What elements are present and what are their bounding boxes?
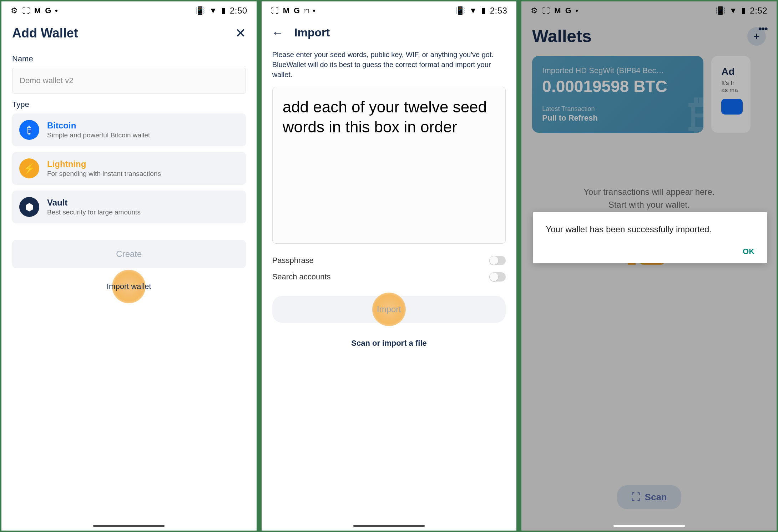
import-link-label: Import wallet [107,282,151,291]
header: Add Wallet ✕ [1,19,257,48]
type-option-lightning[interactable]: ⚡ Lightning For spending with instant tr… [12,152,246,185]
passphrase-label: Passphrase [272,256,314,265]
passphrase-toggle[interactable] [489,256,506,265]
close-icon[interactable]: ✕ [235,26,246,41]
type-sub: Simple and powerful Bitcoin wallet [47,131,150,139]
status-left: ⛶ M G ⏍ [271,6,315,15]
type-sub: Best security for large amounts [47,208,141,216]
scan-or-import-link[interactable]: Scan or import a file [262,339,517,348]
import-button[interactable]: Import [272,296,506,323]
clock: 2:50 [230,6,247,16]
dialog-message: Your wallet has been successfully import… [546,223,754,235]
clock: 2:53 [490,6,507,16]
type-title: Lightning [47,159,161,169]
nav-handle[interactable] [613,525,685,527]
wifi-icon: ▼ [209,6,217,15]
sim-icon: ⛶ [22,6,30,15]
status-dot [313,10,315,12]
name-label: Name [12,54,246,64]
type-title: Bitcoin [47,121,150,131]
import-wallet-link[interactable]: Import wallet [12,282,246,291]
gmail-icon: M [283,6,289,15]
type-option-vault[interactable]: ⬢ Vault Best security for large amounts [12,191,246,223]
seed-input[interactable]: add each of your twelve seed words in th… [272,87,506,244]
import-button-label: Import [377,304,401,314]
screen-import: ⛶ M G ⏍ 📳 ▼ ▮ 2:53 ← Import Please enter… [262,1,517,531]
type-title: Vault [47,198,141,208]
google-icon: G [45,6,51,15]
vault-icon: ⬢ [19,197,39,217]
dialog-ok-button[interactable]: OK [546,247,754,256]
type-sub: For spending with instant transactions [47,170,161,178]
vibrate-icon: 📳 [455,6,465,15]
status-left: ⚙ ⛶ M G [11,6,57,15]
type-option-bitcoin[interactable]: ₿ Bitcoin Simple and powerful Bitcoin wa… [12,113,246,146]
page-title: Add Wallet [12,26,78,41]
search-accounts-row: Search accounts [262,269,517,285]
page-title: Import [294,26,330,39]
back-arrow-icon[interactable]: ← [272,26,284,40]
status-dot [55,10,57,12]
nav-handle[interactable] [93,525,165,527]
type-text: Lightning For spending with instant tran… [47,159,161,178]
wifi-icon: ▼ [469,6,477,15]
type-text: Vault Best security for large amounts [47,198,141,216]
overlay[interactable] [521,1,777,531]
passphrase-row: Passphrase [262,252,517,269]
header: ← Import [262,19,517,47]
gear-icon: ⚙ [11,6,18,15]
status-right: 📳 ▼ ▮ 2:50 [195,6,247,16]
seed-placeholder-text: add each of your twelve seed words in th… [283,97,496,137]
nav-handle[interactable] [353,525,425,527]
type-label: Type [12,100,246,109]
google-icon: G [294,6,300,15]
battery-icon: ▮ [481,6,486,15]
status-right: 📳 ▼ ▮ 2:53 [455,6,507,16]
type-text: Bitcoin Simple and powerful Bitcoin wall… [47,121,150,139]
gmail-icon: M [34,6,41,15]
search-accounts-label: Search accounts [272,272,331,282]
content: Name Type ₿ Bitcoin Simple and powerful … [1,48,257,291]
vibrate-icon: 📳 [195,6,205,15]
instruction-text: Please enter your seed words, public key… [262,50,517,80]
wallet-name-input[interactable] [12,68,246,93]
call-icon: ⏍ [304,6,309,15]
success-dialog: Your wallet has been successfully import… [533,212,767,263]
status-bar: ⚙ ⛶ M G 📳 ▼ ▮ 2:50 [1,1,257,19]
status-bar: ⛶ M G ⏍ 📳 ▼ ▮ 2:53 [262,1,517,19]
battery-icon: ▮ [221,6,226,15]
bitcoin-icon: ₿ [19,120,39,140]
sim-icon: ⛶ [271,6,279,15]
search-accounts-toggle[interactable] [489,272,506,282]
screen-wallets: ⚙ ⛶ M G 📳 ▼ ▮ 2:52 ••• Wallets + Importe… [521,1,777,531]
create-button[interactable]: Create [12,240,246,268]
screen-add-wallet: ⚙ ⛶ M G 📳 ▼ ▮ 2:50 Add Wallet ✕ Name Typ… [1,1,257,531]
lightning-icon: ⚡ [19,158,39,178]
